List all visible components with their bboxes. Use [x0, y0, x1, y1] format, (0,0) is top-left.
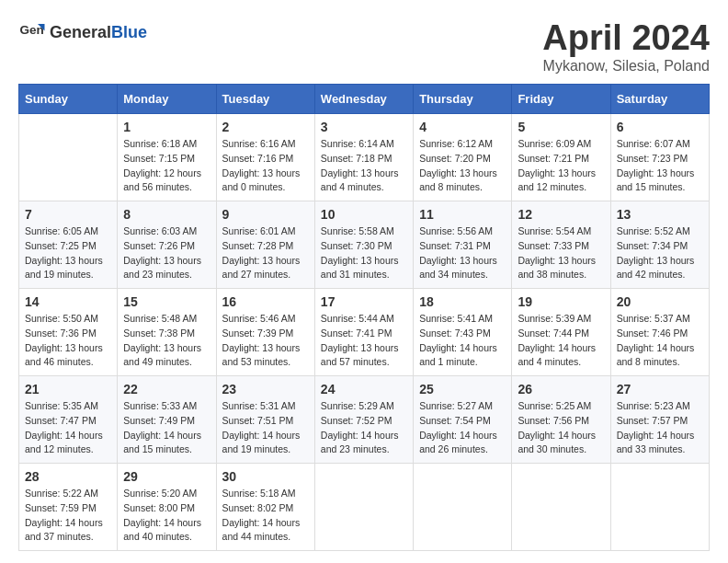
day-info: Sunrise: 5:23 AM Sunset: 7:57 PM Dayligh…	[617, 399, 703, 457]
day-cell: 11Sunrise: 5:56 AM Sunset: 7:31 PM Dayli…	[414, 201, 512, 289]
header: Gen GeneralBlue April 2024 Mykanow, Sile…	[18, 18, 710, 75]
day-info: Sunrise: 5:52 AM Sunset: 7:34 PM Dayligh…	[617, 224, 703, 282]
week-row-3: 14Sunrise: 5:50 AM Sunset: 7:36 PM Dayli…	[19, 289, 710, 376]
day-number: 19	[518, 294, 604, 309]
day-cell: 28Sunrise: 5:22 AM Sunset: 7:59 PM Dayli…	[19, 464, 118, 551]
day-number: 9	[222, 207, 309, 222]
week-row-5: 28Sunrise: 5:22 AM Sunset: 7:59 PM Dayli…	[19, 464, 710, 551]
day-info: Sunrise: 5:54 AM Sunset: 7:33 PM Dayligh…	[518, 224, 604, 282]
day-cell: 9Sunrise: 6:01 AM Sunset: 7:28 PM Daylig…	[216, 201, 314, 289]
day-info: Sunrise: 5:35 AM Sunset: 7:47 PM Dayligh…	[25, 399, 111, 457]
day-cell	[414, 464, 512, 551]
day-cell: 29Sunrise: 5:20 AM Sunset: 8:00 PM Dayli…	[118, 464, 216, 551]
day-number: 20	[617, 294, 703, 309]
header-row: SundayMondayTuesdayWednesdayThursdayFrid…	[19, 85, 710, 114]
day-cell: 16Sunrise: 5:46 AM Sunset: 7:39 PM Dayli…	[216, 289, 314, 376]
location-subtitle: Mykanow, Silesia, Poland	[542, 58, 710, 75]
day-number: 28	[25, 469, 111, 484]
header-cell-tuesday: Tuesday	[216, 85, 314, 114]
day-cell: 4Sunrise: 6:12 AM Sunset: 7:20 PM Daylig…	[414, 114, 512, 201]
day-number: 15	[123, 294, 210, 309]
day-cell: 19Sunrise: 5:39 AM Sunset: 7:44 PM Dayli…	[512, 289, 610, 376]
month-title: April 2024	[542, 18, 710, 58]
day-cell: 2Sunrise: 6:16 AM Sunset: 7:16 PM Daylig…	[216, 114, 314, 201]
day-info: Sunrise: 5:39 AM Sunset: 7:44 PM Dayligh…	[518, 312, 604, 370]
day-cell: 13Sunrise: 5:52 AM Sunset: 7:34 PM Dayli…	[610, 201, 709, 289]
day-cell: 10Sunrise: 5:58 AM Sunset: 7:30 PM Dayli…	[314, 201, 413, 289]
day-info: Sunrise: 5:31 AM Sunset: 7:51 PM Dayligh…	[222, 399, 309, 457]
day-info: Sunrise: 5:48 AM Sunset: 7:38 PM Dayligh…	[123, 312, 210, 370]
day-cell: 21Sunrise: 5:35 AM Sunset: 7:47 PM Dayli…	[19, 376, 118, 464]
day-info: Sunrise: 6:09 AM Sunset: 7:21 PM Dayligh…	[518, 137, 604, 195]
day-cell	[19, 114, 118, 201]
day-number: 22	[123, 382, 210, 396]
day-info: Sunrise: 5:46 AM Sunset: 7:39 PM Dayligh…	[222, 312, 309, 370]
day-info: Sunrise: 5:58 AM Sunset: 7:30 PM Dayligh…	[321, 224, 407, 282]
week-row-2: 7Sunrise: 6:05 AM Sunset: 7:25 PM Daylig…	[19, 201, 710, 289]
day-info: Sunrise: 5:33 AM Sunset: 7:49 PM Dayligh…	[123, 399, 210, 457]
day-info: Sunrise: 5:27 AM Sunset: 7:54 PM Dayligh…	[419, 399, 506, 457]
day-info: Sunrise: 5:37 AM Sunset: 7:46 PM Dayligh…	[617, 312, 703, 370]
week-row-1: 1Sunrise: 6:18 AM Sunset: 7:15 PM Daylig…	[19, 114, 710, 201]
header-cell-sunday: Sunday	[19, 85, 118, 114]
day-info: Sunrise: 5:56 AM Sunset: 7:31 PM Dayligh…	[419, 224, 506, 282]
header-cell-thursday: Thursday	[414, 85, 512, 114]
day-number: 14	[25, 294, 111, 309]
day-cell: 7Sunrise: 6:05 AM Sunset: 7:25 PM Daylig…	[19, 201, 118, 289]
day-number: 8	[123, 207, 210, 222]
day-cell: 22Sunrise: 5:33 AM Sunset: 7:49 PM Dayli…	[118, 376, 216, 464]
day-cell: 17Sunrise: 5:44 AM Sunset: 7:41 PM Dayli…	[314, 289, 413, 376]
day-cell: 6Sunrise: 6:07 AM Sunset: 7:23 PM Daylig…	[610, 114, 709, 201]
logo-icon: Gen	[18, 18, 46, 46]
day-number: 1	[123, 120, 210, 134]
day-cell	[610, 464, 709, 551]
day-number: 6	[617, 120, 703, 134]
day-info: Sunrise: 6:14 AM Sunset: 7:18 PM Dayligh…	[321, 137, 407, 195]
day-cell: 26Sunrise: 5:25 AM Sunset: 7:56 PM Dayli…	[512, 376, 610, 464]
day-number: 29	[123, 469, 210, 484]
day-cell: 12Sunrise: 5:54 AM Sunset: 7:33 PM Dayli…	[512, 201, 610, 289]
day-cell: 20Sunrise: 5:37 AM Sunset: 7:46 PM Dayli…	[610, 289, 709, 376]
day-info: Sunrise: 6:18 AM Sunset: 7:15 PM Dayligh…	[123, 137, 210, 195]
day-info: Sunrise: 6:05 AM Sunset: 7:25 PM Dayligh…	[25, 224, 111, 282]
logo-general: General	[50, 23, 111, 41]
day-info: Sunrise: 5:50 AM Sunset: 7:36 PM Dayligh…	[25, 312, 111, 370]
day-info: Sunrise: 5:25 AM Sunset: 7:56 PM Dayligh…	[518, 399, 604, 457]
week-row-4: 21Sunrise: 5:35 AM Sunset: 7:47 PM Dayli…	[19, 376, 710, 464]
day-info: Sunrise: 5:29 AM Sunset: 7:52 PM Dayligh…	[321, 399, 407, 457]
day-number: 16	[222, 294, 309, 309]
day-number: 17	[321, 294, 407, 309]
day-cell: 14Sunrise: 5:50 AM Sunset: 7:36 PM Dayli…	[19, 289, 118, 376]
day-info: Sunrise: 5:18 AM Sunset: 8:02 PM Dayligh…	[222, 487, 309, 545]
day-cell: 23Sunrise: 5:31 AM Sunset: 7:51 PM Dayli…	[216, 376, 314, 464]
day-number: 25	[419, 382, 506, 396]
day-cell	[512, 464, 610, 551]
header-cell-saturday: Saturday	[610, 85, 709, 114]
day-cell: 27Sunrise: 5:23 AM Sunset: 7:57 PM Dayli…	[610, 376, 709, 464]
header-cell-friday: Friday	[512, 85, 610, 114]
header-cell-wednesday: Wednesday	[314, 85, 413, 114]
day-info: Sunrise: 5:44 AM Sunset: 7:41 PM Dayligh…	[321, 312, 407, 370]
day-info: Sunrise: 6:12 AM Sunset: 7:20 PM Dayligh…	[419, 137, 506, 195]
day-info: Sunrise: 6:01 AM Sunset: 7:28 PM Dayligh…	[222, 224, 309, 282]
day-number: 11	[419, 207, 506, 222]
day-cell: 25Sunrise: 5:27 AM Sunset: 7:54 PM Dayli…	[414, 376, 512, 464]
day-info: Sunrise: 5:22 AM Sunset: 7:59 PM Dayligh…	[25, 487, 111, 545]
day-number: 3	[321, 120, 407, 134]
day-cell: 1Sunrise: 6:18 AM Sunset: 7:15 PM Daylig…	[118, 114, 216, 201]
day-cell: 8Sunrise: 6:03 AM Sunset: 7:26 PM Daylig…	[118, 201, 216, 289]
day-number: 4	[419, 120, 506, 134]
logo: Gen GeneralBlue	[18, 18, 147, 46]
day-cell: 15Sunrise: 5:48 AM Sunset: 7:38 PM Dayli…	[118, 289, 216, 376]
day-info: Sunrise: 6:03 AM Sunset: 7:26 PM Dayligh…	[123, 224, 210, 282]
day-number: 18	[419, 294, 506, 309]
day-info: Sunrise: 6:16 AM Sunset: 7:16 PM Dayligh…	[222, 137, 309, 195]
day-info: Sunrise: 5:20 AM Sunset: 8:00 PM Dayligh…	[123, 487, 210, 545]
day-number: 13	[617, 207, 703, 222]
day-number: 10	[321, 207, 407, 222]
day-number: 7	[25, 207, 111, 222]
day-number: 12	[518, 207, 604, 222]
day-cell: 18Sunrise: 5:41 AM Sunset: 7:43 PM Dayli…	[414, 289, 512, 376]
day-number: 30	[222, 469, 309, 484]
day-info: Sunrise: 5:41 AM Sunset: 7:43 PM Dayligh…	[419, 312, 506, 370]
